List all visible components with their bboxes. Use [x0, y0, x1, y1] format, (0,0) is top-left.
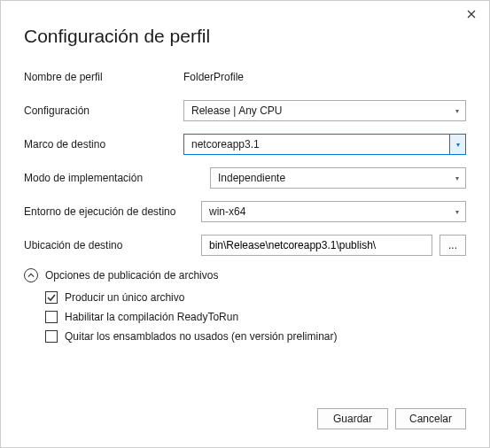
checkbox-ready-to-run-label: Habilitar la compilación ReadyToRun	[65, 311, 238, 323]
select-deployment-mode-value: Independiente	[218, 172, 285, 184]
page-title: Configuración de perfil	[24, 26, 466, 47]
browse-button-label: ...	[448, 239, 457, 251]
select-target-framework[interactable]: netcoreapp3.1 ▾	[183, 134, 466, 155]
checkbox-icon	[45, 291, 58, 304]
row-deployment-mode: Modo de implementación Independiente ▾	[24, 167, 466, 189]
checkbox-icon	[45, 311, 58, 323]
select-deployment-mode[interactable]: Independiente ▾	[210, 167, 466, 189]
chevron-down-icon: ▾	[449, 101, 465, 120]
checkbox-trim-unused[interactable]: Quitar los ensamblados no usados (en ver…	[45, 330, 466, 343]
profile-settings-dialog: Configuración de perfil Nombre de perfil…	[0, 0, 490, 448]
checkbox-ready-to-run[interactable]: Habilitar la compilación ReadyToRun	[45, 311, 466, 323]
save-button-label: Guardar	[333, 413, 372, 425]
file-publish-options-expander[interactable]: Opciones de publicación de archivos	[24, 268, 466, 282]
dialog-footer: Guardar Cancelar	[317, 408, 466, 429]
close-icon[interactable]	[464, 8, 478, 22]
cancel-button-label: Cancelar	[409, 413, 452, 425]
cancel-button[interactable]: Cancelar	[395, 408, 466, 429]
file-publish-options-group: Producir un único archivo Habilitar la c…	[45, 291, 466, 343]
row-target-runtime: Entorno de ejecución de destino win-x64 …	[24, 201, 466, 222]
chevron-up-circle-icon	[24, 268, 38, 282]
select-configuration-value: Release | Any CPU	[191, 104, 283, 117]
row-configuration: Configuración Release | Any CPU ▾	[24, 100, 466, 121]
chevron-down-icon: ▾	[449, 168, 465, 188]
checkbox-icon	[45, 330, 58, 343]
label-configuration: Configuración	[24, 104, 183, 117]
expander-label: Opciones de publicación de archivos	[45, 269, 218, 282]
select-target-runtime[interactable]: win-x64 ▾	[201, 201, 466, 222]
checkbox-single-file[interactable]: Producir un único archivo	[45, 291, 466, 304]
label-target-framework: Marco de destino	[24, 138, 183, 151]
select-target-framework-value: netcoreapp3.1	[191, 138, 260, 151]
row-target-framework: Marco de destino netcoreapp3.1 ▾	[24, 134, 466, 155]
label-target-runtime: Entorno de ejecución de destino	[24, 205, 201, 218]
save-button[interactable]: Guardar	[317, 408, 388, 429]
browse-button[interactable]: ...	[439, 235, 466, 256]
chevron-down-icon: ▾	[449, 202, 465, 221]
select-target-runtime-value: win-x64	[209, 205, 245, 218]
chevron-down-icon: ▾	[449, 135, 465, 154]
value-profile-name: FolderProfile	[183, 69, 466, 85]
label-profile-name: Nombre de perfil	[24, 71, 183, 83]
input-target-location[interactable]	[201, 235, 432, 256]
row-target-location: Ubicación de destino ...	[24, 235, 466, 256]
label-target-location: Ubicación de destino	[24, 239, 201, 251]
checkbox-trim-unused-label: Quitar los ensamblados no usados (en ver…	[65, 330, 337, 343]
label-deployment-mode: Modo de implementación	[24, 172, 210, 184]
select-configuration[interactable]: Release | Any CPU ▾	[183, 100, 466, 121]
row-profile-name: Nombre de perfil FolderProfile	[24, 66, 466, 88]
checkbox-single-file-label: Producir un único archivo	[65, 291, 184, 304]
